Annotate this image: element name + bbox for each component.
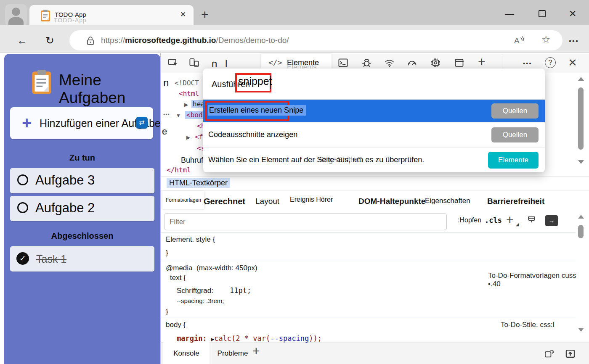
stylesheet-link[interactable]: To-Do-Formatvorlagen cuss •.40 [488,272,589,288]
dom-body-open[interactable]: <bod [185,111,204,119]
network-wifi-icon[interactable] [384,57,395,69]
dom-f[interactable]: <f [195,133,203,141]
browser-menu-icon[interactable]: ••• [569,37,579,45]
favorites-star-icon[interactable]: ☆ [541,34,551,45]
body-selector[interactable]: body { [166,321,186,329]
done-section-heading: Abgeschlossen [4,231,160,241]
scroll-down-arrow[interactable] [578,328,584,332]
source-badge: Quellen [491,127,539,142]
memory-chip-icon[interactable] [430,57,441,69]
scroll-down-arrow[interactable] [578,160,584,164]
back-button[interactable]: ← [17,34,27,47]
tab-issues[interactable]: Probleme [214,343,252,364]
css-value-font-size[interactable]: 11pt; [230,286,251,295]
add-task-button[interactable]: + Hinzufügen einer Aufgabe [10,107,153,139]
styles-filter-input[interactable] [164,213,447,230]
task-label: Aufgabe 3 [35,173,95,188]
tab-computed[interactable]: Gerechnet [204,197,245,206]
command-item[interactable]: Strg+Shift+C Wählen Sie ein Element auf … [203,148,545,172]
help-icon[interactable]: ? [545,57,556,68]
window-maximize-button[interactable] [539,10,546,17]
read-aloud-icon[interactable]: A [513,35,525,46]
more-tools-add-icon[interactable]: + [478,55,486,69]
window-minimize-button[interactable]: — [505,8,514,19]
collapse-arrow-icon[interactable]: ▼ [176,113,181,119]
stray-fragment: n [163,77,169,89]
tab-accessibility[interactable]: Barrierefreiheit [487,197,544,206]
code-brackets-icon: </> [268,58,282,67]
todo-clipboard-icon [31,69,52,95]
cls-toggle[interactable]: .cls [485,216,502,224]
profile-avatar[interactable] [5,4,27,26]
task-item[interactable]: Aufgabe 2 [10,196,154,221]
css-margin-declaration[interactable]: margin: ▶calc(2 * var(--spacing)); [177,334,322,343]
scroll-up-arrow[interactable] [578,215,584,219]
expand-arrow-icon[interactable]: ▶ [186,135,190,140]
translate-badge-icon[interactable]: ⇄ [136,117,148,129]
task-checked-icon[interactable]: ✓ [16,252,29,265]
tab-favicon-clipboard-icon [40,9,50,22]
text-caret [270,76,271,89]
window-close-button[interactable]: ✕ [569,8,576,19]
element-style-selector[interactable]: Element. style { [166,235,215,244]
performance-gauge-icon[interactable] [406,57,418,69]
console-drawer-icon[interactable] [337,57,349,69]
refresh-button[interactable]: ↻ [45,34,54,47]
hover-toggle[interactable]: :Hopfen [458,216,481,224]
task-item[interactable]: Aufgabe 3 [10,168,154,193]
device-emulation-icon[interactable] [188,57,200,69]
task-label: Aufgabe 2 [35,200,95,216]
toolbar-divider [502,56,502,69]
text-selector[interactable]: text { [170,274,186,282]
tab-styles[interactable]: Formatvorlagen [162,191,204,209]
toggle-computed-pane-icon[interactable]: → [545,215,558,226]
plus-icon: + [22,115,32,131]
tab-properties[interactable]: Eigenschaften [425,197,470,205]
css-property-spacing[interactable]: --spacing: .3rem; [177,297,224,304]
dom-html-close[interactable]: </html [167,166,191,174]
dom-more-menu-icon[interactable]: ••• [163,112,170,118]
scroll-up-arrow[interactable] [578,77,584,81]
stray-fragment: e [162,126,167,137]
devtools-menu-icon[interactable]: ••• [523,60,532,67]
command-item-selected[interactable]: Erstellen eines neuen Snipe Quellen [203,100,545,122]
dom-html-open[interactable]: <html [179,90,199,98]
command-input[interactable]: snippet [238,75,272,87]
scrollbar-thumb[interactable] [578,87,584,150]
task-checkbox-icon[interactable] [17,174,28,185]
new-style-rule-icon[interactable]: + [506,213,514,227]
browser-tab[interactable]: TODO-App TODO-App ✕ [29,5,194,25]
completed-task-item[interactable]: ✓ Task 1 [10,246,154,272]
inspect-element-icon[interactable] [167,57,179,69]
breadcrumb[interactable]: HTML-Textkörper [167,178,230,188]
brush-rendering-icon[interactable] [526,215,537,227]
url-field[interactable]: https://microsoftedge.github.io/Demos/de… [69,30,562,50]
new-tab-button[interactable]: + [201,8,209,22]
command-item[interactable]: Codeausschnitte anzeigen Quellen [203,122,545,148]
stray-word: Buhruf [181,156,203,165]
tab-console[interactable]: Konsole [163,343,210,364]
expand-drawer-icon[interactable] [565,348,576,359]
devtools-close-icon[interactable]: ✕ [568,56,577,69]
scrollbar-thumb[interactable] [578,225,584,238]
undock-drawer-icon[interactable] [544,348,555,359]
media-query[interactable]: @media (max-width: 450px) [166,264,257,272]
tab-elements-label: Elemente [287,58,319,67]
dom-doctype[interactable]: <!DOCT [175,79,199,87]
divider [161,260,576,260]
application-panel-icon[interactable] [454,57,465,69]
url-text: https://microsoftedge.github.io/Demos/de… [101,36,289,45]
drawer-add-tab-icon[interactable]: + [252,344,260,358]
expand-arrow-icon[interactable]: ▶ [184,102,188,108]
screen: TODO-App TODO-App ✕ + — ✕ ← ↻ https://mi… [0,0,589,364]
command-item-label: Erstellen eines neuen Snipe [208,105,306,116]
task-checkbox-icon[interactable] [17,202,28,213]
tab-close-icon[interactable]: ✕ [180,10,186,19]
tab-dom-breakpoints[interactable]: DOM-Haltepunkte [358,197,425,206]
tab-layout[interactable]: Layout [255,197,279,206]
svg-text:A: A [514,36,520,45]
bug-icon[interactable] [361,57,372,69]
stylesheet-link[interactable]: To-Do-Stile. css:l [501,321,555,329]
css-property-font-size[interactable]: Schriftgrad: [177,287,213,295]
tab-event-listeners[interactable]: Ereignis Hörer [290,196,333,203]
